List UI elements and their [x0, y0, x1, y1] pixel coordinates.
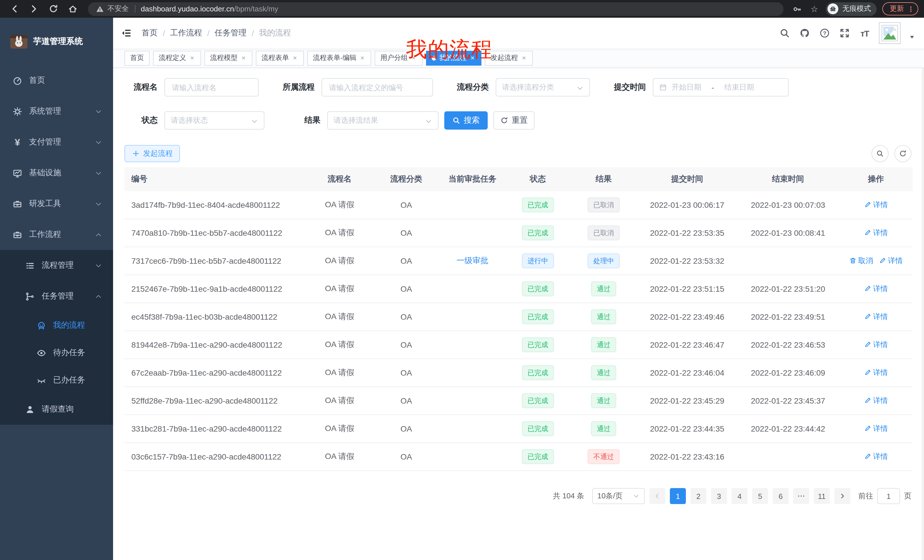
page-button-5[interactable]: 5 [752, 488, 768, 504]
url-path[interactable]: /bpm/task/my [234, 4, 278, 13]
page-scrollbar[interactable] [922, 18, 924, 560]
sidebar-item-yen[interactable]: ¥支付管理 [0, 127, 113, 157]
tab-流程模型[interactable]: 流程模型 [204, 51, 252, 65]
breadcrumb-home[interactable]: 首页 [142, 28, 158, 38]
page-content: 流程名 所属流程 流程分类 请选择流程分类 提交时间 开始日期 - 结束日期 [113, 68, 924, 560]
page-button-4[interactable]: 4 [732, 488, 747, 504]
tree-icon [25, 291, 35, 301]
security-warning-icon[interactable] [96, 5, 104, 13]
edit-icon [864, 285, 872, 293]
password-key-icon[interactable] [792, 3, 803, 15]
page-jump-input[interactable] [877, 488, 900, 504]
next-page-button[interactable] [834, 488, 850, 504]
tab-流程定义[interactable]: 流程定义 [153, 51, 201, 65]
detail-action-link[interactable]: 详情 [864, 284, 888, 294]
search-button[interactable]: 搜索 [444, 111, 488, 130]
detail-action-link[interactable]: 详情 [864, 340, 888, 350]
bookmark-star-icon[interactable]: ☆ [808, 3, 820, 15]
close-icon[interactable] [240, 55, 247, 61]
process-name-label: 流程名 [124, 82, 158, 93]
page-button-6[interactable]: 6 [772, 488, 789, 504]
cell-status: 已完成 [506, 449, 570, 464]
breadcrumb-workflow[interactable]: 工作流程 [170, 28, 202, 38]
address-bar[interactable]: 不安全 dashboard.yudao.iocoder.cn /bpm/task… [88, 2, 783, 16]
close-icon[interactable] [359, 55, 366, 61]
page-button-1[interactable]: 1 [670, 488, 686, 504]
cell-end-time: 2022-01-22 23:49:51 [736, 312, 839, 321]
close-icon[interactable] [189, 55, 195, 61]
detail-action-link[interactable]: 详情 [864, 452, 888, 462]
detail-action-link[interactable]: 详情 [864, 368, 888, 378]
sidebar-item-toolbox[interactable]: 研发工具 [0, 189, 113, 219]
sidebar-toggle-icon[interactable] [119, 26, 134, 40]
security-label[interactable]: 不安全 [107, 4, 129, 14]
cell-category: OA [374, 284, 439, 293]
update-button[interactable]: 更新 [882, 2, 918, 15]
page-button-3[interactable]: 3 [711, 488, 727, 504]
reset-button[interactable]: 重置 [494, 111, 534, 130]
sidebar-item-eye-closed[interactable]: 已办任务 [0, 367, 113, 394]
avatar[interactable] [879, 22, 901, 44]
avatar-caret-icon[interactable] [909, 34, 916, 40]
detail-action-link[interactable]: 详情 [864, 312, 888, 322]
font-size-icon[interactable]: тT [859, 27, 870, 39]
sidebar-item-dashboard[interactable]: 首页 [0, 65, 113, 96]
table-search-icon[interactable] [872, 145, 889, 162]
reload-icon[interactable] [47, 3, 59, 15]
owner-process-input[interactable] [328, 82, 427, 92]
tab-流程表单[interactable]: 流程表单 [256, 51, 304, 65]
result-select[interactable]: 请选择流结果 [327, 111, 439, 130]
date-range-picker[interactable]: 开始日期 - 结束日期 [653, 78, 789, 96]
detail-action-link[interactable]: 详情 [879, 256, 903, 266]
tab-首页[interactable]: 首页 [124, 51, 150, 65]
page-button-11[interactable]: 11 [814, 488, 830, 504]
sidebar-item-label: 我的流程 [53, 320, 113, 331]
detail-action-link[interactable]: 详情 [864, 395, 888, 406]
github-icon[interactable] [799, 27, 810, 39]
close-icon[interactable] [292, 55, 298, 61]
help-icon[interactable]: ? [819, 27, 830, 39]
sidebar-item-robot[interactable]: 我的流程 [0, 312, 113, 339]
create-process-button[interactable]: 发起流程 [124, 145, 180, 162]
back-icon[interactable] [8, 3, 21, 15]
page-buttons: 12345611 [670, 488, 830, 504]
sidebar-item-gear[interactable]: 系统管理 [0, 96, 113, 127]
detail-action-link[interactable]: 详情 [864, 228, 888, 238]
sidebar-item-list[interactable]: 流程管理 [0, 250, 113, 281]
forward-icon[interactable] [27, 3, 40, 15]
close-icon[interactable] [521, 55, 527, 61]
status-select[interactable]: 请选择状态 [165, 111, 264, 130]
edit-icon [864, 369, 872, 376]
url-divider [135, 5, 135, 13]
url-host[interactable]: dashboard.yudao.iocoder.cn [141, 4, 234, 13]
page-size-select[interactable]: 10条/页 [592, 488, 645, 504]
table-refresh-icon[interactable] [894, 145, 911, 162]
tab-流程表单-编辑[interactable]: 流程表单-编辑 [307, 51, 371, 65]
sidebar-item-eye[interactable]: 待办任务 [0, 339, 113, 367]
sidebar-item-user[interactable]: 请假查询 [0, 394, 113, 425]
sidebar-item-monitor[interactable]: 基础设施 [0, 157, 113, 189]
page-header: 首页 / 工作流程 / 任务管理 / 我的流程 ? тT 我 [113, 18, 924, 48]
prev-page-button[interactable] [650, 488, 665, 504]
sidebar-item-briefcase[interactable]: 工作流程 [0, 219, 113, 250]
column-header-end: 结束时间 [736, 174, 839, 184]
cell-process-name: OA 请假 [306, 340, 374, 350]
home-icon[interactable] [66, 3, 79, 15]
app-logo-row[interactable]: 芋道管理系统 [0, 18, 113, 65]
process-name-input[interactable] [171, 82, 252, 92]
current-task-link[interactable]: 一级审批 [456, 256, 488, 265]
search-icon[interactable] [779, 27, 790, 39]
table-row: 7470a810-7b9b-11ec-b5b7-acde48001122OA 请… [124, 219, 913, 247]
owner-process-input-wrap [321, 78, 433, 96]
page-more-button[interactable] [793, 488, 809, 504]
cell-process-id: 67c2eaab-7b9a-11ec-a290-acde48001122 [124, 368, 306, 377]
sidebar-item-label: 已办任务 [53, 375, 113, 385]
page-button-2[interactable]: 2 [690, 488, 706, 504]
cancel-action-link[interactable]: 取消 [849, 256, 873, 266]
detail-action-link[interactable]: 详情 [864, 200, 888, 210]
category-select[interactable]: 请选择流程分类 [496, 78, 590, 96]
detail-action-link[interactable]: 详情 [864, 424, 888, 434]
sidebar-item-tree[interactable]: 任务管理 [0, 281, 113, 312]
breadcrumb-task-mgmt[interactable]: 任务管理 [215, 28, 247, 38]
fullscreen-icon[interactable] [839, 27, 850, 39]
